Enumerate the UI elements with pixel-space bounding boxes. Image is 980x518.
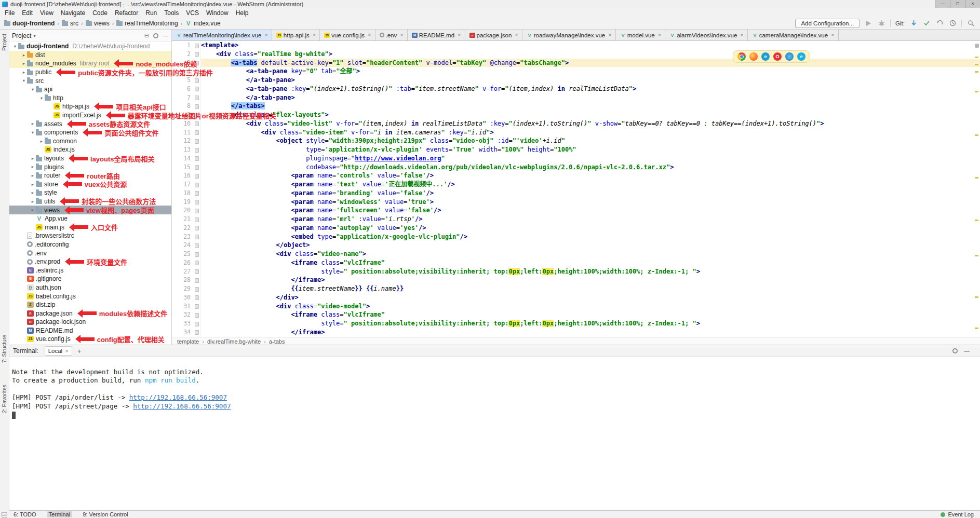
fold-marker-icon[interactable]: [194, 310, 201, 319]
menu-run[interactable]: Run: [142, 9, 160, 17]
tab-readme-md[interactable]: MREADME.md×: [408, 30, 465, 40]
code-area[interactable]: 1<template>2 <div class="realTime bg-whi…: [172, 41, 980, 337]
tree-item-api[interactable]: ▾api: [9, 85, 171, 94]
fold-marker-icon[interactable]: [194, 258, 201, 267]
tree-item-plugins[interactable]: ▸plugins: [9, 162, 171, 171]
tree-item-utils[interactable]: ▸utils封装的一些公共函数方法: [9, 197, 171, 206]
line-number[interactable]: 25: [172, 250, 194, 258]
tool-stripe-structure[interactable]: 7: Structure: [1, 335, 7, 363]
line-number[interactable]: 28: [172, 276, 194, 284]
maximize-button[interactable]: □: [950, 0, 965, 8]
tab-alarmvideos-index-vue[interactable]: ValarmVideos\index.vue×: [665, 30, 748, 40]
chevron-right-icon[interactable]: ▸: [30, 165, 36, 169]
run-icon[interactable]: [864, 19, 872, 28]
tree-item-components[interactable]: ▾components页面公共组件文件: [9, 128, 171, 137]
gear-icon[interactable]: [153, 33, 158, 38]
tree-item-env[interactable]: .env: [9, 249, 171, 257]
chevron-right-icon[interactable]: ▸: [30, 156, 36, 161]
line-number[interactable]: 10: [172, 119, 194, 128]
tree-item-auth-json[interactable]: {}auth.json: [9, 283, 171, 292]
fold-marker-icon[interactable]: [194, 41, 201, 50]
tree-item-dist-zip[interactable]: Zdist.zip: [9, 301, 171, 309]
tree-item-app-vue[interactable]: VApp.vue: [9, 214, 171, 223]
hide-panel-icon[interactable]: —: [163, 33, 168, 38]
chevron-right-icon[interactable]: ▸: [21, 53, 27, 58]
fold-marker-icon[interactable]: [194, 189, 201, 198]
fold-marker-icon[interactable]: [194, 93, 201, 102]
menu-window[interactable]: Window: [203, 9, 232, 17]
chevron-right-icon[interactable]: ▸: [30, 208, 36, 212]
close-icon[interactable]: ×: [368, 32, 371, 38]
fold-marker-icon[interactable]: [194, 128, 201, 137]
tab-http-api-js[interactable]: JShttp-api.js×: [272, 30, 320, 40]
fold-marker-icon[interactable]: [194, 198, 201, 207]
menu-code[interactable]: Code: [89, 9, 111, 17]
tree-item-http[interactable]: ▾http: [9, 94, 171, 103]
history-icon[interactable]: [948, 19, 957, 28]
line-number[interactable]: 20: [172, 206, 194, 215]
statusbar-6-todo[interactable]: 6: TODO: [11, 511, 38, 517]
tab-vue-config-js[interactable]: JSvue.config.js×: [320, 30, 375, 40]
tree-item-vue-config-js[interactable]: JSvue.config.jsconfig配置、代理相关: [9, 335, 171, 344]
rollback-icon[interactable]: [935, 19, 944, 28]
menu-file[interactable]: File: [1, 9, 18, 17]
tree-item-duoji-frontend[interactable]: ▾duoji-frontendD:\zheheWeb\duoji-fronten…: [9, 42, 171, 51]
project-view-dropdown[interactable]: Project: [12, 32, 31, 39]
tool-stripe-favorites[interactable]: 2: Favorites: [1, 385, 7, 413]
tree-item-router[interactable]: ▸routerrouter路由: [9, 171, 171, 180]
menu-navigate[interactable]: Navigate: [57, 9, 89, 17]
ie-browser-icon[interactable]: e: [797, 52, 806, 61]
search-icon[interactable]: [966, 19, 975, 28]
fold-marker-icon[interactable]: [194, 206, 201, 215]
breadcrumb-index-vue[interactable]: Vindex.vue: [185, 20, 220, 27]
tree-item-env-prod[interactable]: .env.prod环境变量文件: [9, 257, 171, 266]
terminal-output[interactable]: Note that the development build is not o…: [9, 357, 980, 419]
tree-item-browserslistrc[interactable]: .browserslistrc: [9, 231, 171, 240]
tab-env[interactable]: .env×: [375, 30, 408, 40]
line-number[interactable]: 6: [172, 85, 194, 93]
tree-item-eslintrc-js[interactable]: E.eslintrc.js: [9, 266, 171, 275]
tree-item-babel-config-js[interactable]: JSbabel.config.js: [9, 292, 171, 301]
tool-stripe-project[interactable]: Project: [1, 34, 7, 51]
close-icon[interactable]: ×: [658, 32, 661, 38]
chevron-right-icon[interactable]: ▸: [30, 182, 36, 187]
line-number[interactable]: 7: [172, 93, 194, 102]
warning-stripe-mark[interactable]: [975, 134, 978, 136]
fold-marker-icon[interactable]: [194, 171, 201, 180]
tab-roadwaymanage-index-vue[interactable]: VroadwayManage\index.vue×: [522, 30, 616, 40]
chevron-right-icon[interactable]: ▸: [21, 61, 27, 66]
opera-browser-icon[interactable]: O: [773, 52, 782, 61]
add-configuration-button[interactable]: Add Configuration...: [795, 19, 860, 28]
tree-item-editorconfig[interactable]: .editorconfig: [9, 240, 171, 249]
breadcrumb-views[interactable]: views: [86, 20, 110, 27]
tree-item-importexcel-js[interactable]: JSimportExcel.js暴露环境变量地址给图片or视频资源路径变量相关: [9, 111, 171, 120]
close-icon[interactable]: ×: [264, 32, 267, 38]
fold-marker-icon[interactable]: [194, 102, 201, 111]
terminal-link[interactable]: http://192.168.66.56:9007: [133, 402, 231, 410]
editor-breadcrumb-div-realtime-bg-white[interactable]: div.realTime.bg-white: [207, 338, 261, 345]
close-icon[interactable]: ×: [458, 32, 461, 38]
close-icon[interactable]: ×: [313, 32, 316, 38]
fold-marker-icon[interactable]: [194, 284, 201, 293]
firefox-browser-icon[interactable]: [749, 52, 758, 61]
tree-item-public[interactable]: ▸publicpublic资源文件夹，一般放引用的第三方插件: [9, 68, 171, 77]
line-number[interactable]: 11: [172, 128, 194, 137]
line-number[interactable]: 33: [172, 319, 194, 328]
close-icon[interactable]: ×: [515, 32, 518, 38]
statusbar-9-version-control[interactable]: 9: Version Control: [80, 511, 130, 517]
close-icon[interactable]: ×: [65, 348, 68, 354]
fold-marker-icon[interactable]: [194, 233, 201, 241]
chevron-right-icon[interactable]: ▸: [30, 173, 36, 178]
tree-item-dist[interactable]: ▸dist: [9, 51, 171, 60]
line-number[interactable]: 13: [172, 145, 194, 154]
line-number[interactable]: 27: [172, 267, 194, 276]
tree-item-index-js[interactable]: JSindex.js: [9, 145, 171, 154]
tab-model-vue[interactable]: Vmodel.vue×: [616, 30, 666, 40]
menu-refactor[interactable]: Refactor: [111, 9, 142, 17]
line-number[interactable]: 30: [172, 293, 194, 302]
tab-realtimemonitoring-index-vue[interactable]: VrealTimeMonitoring\index.vue×: [172, 30, 272, 40]
fold-marker-icon[interactable]: [194, 215, 201, 224]
line-number[interactable]: 31: [172, 302, 194, 311]
tab-cameramanage-index-vue[interactable]: VcameraManage\index.vue×: [748, 30, 839, 40]
tree-item-http-api-js[interactable]: JShttp-api.js项目相关api接口: [9, 102, 171, 111]
